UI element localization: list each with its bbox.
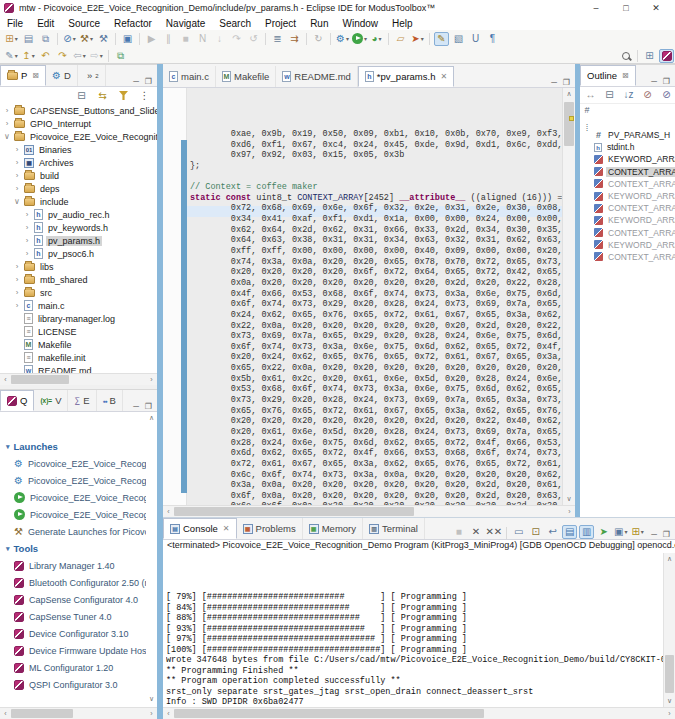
build-all-button[interactable]: ⚒ <box>96 32 111 46</box>
code-line[interactable]: 0x6c, 0x6f, 0x74, 0x73, 0x3a, 0x0a, 0x20… <box>187 430 562 441</box>
scroll-lock-button[interactable]: ⊡ <box>528 525 543 539</box>
code-line[interactable]: 0x20, 0x24, 0x62, 0x65, 0x76, 0x65, 0x72… <box>187 312 562 323</box>
code-line[interactable]: 0x6f, 0x0a, 0x20, 0x20, 0x20, 0x20, 0x20… <box>187 451 562 462</box>
scroll-right-icon[interactable]: › <box>664 710 675 717</box>
tree-item[interactable]: ›hpv_keywords.h <box>0 221 157 234</box>
hide-macros-button[interactable]: # <box>580 105 594 115</box>
minimize-view-icon[interactable]: ─ <box>133 402 139 411</box>
tree-item[interactable]: ›build <box>0 169 157 182</box>
suspend-button[interactable]: ∥ <box>161 32 176 46</box>
scroll-on-output-button[interactable]: ▤ <box>562 525 577 539</box>
code-line[interactable]: 0x20, 0x20, 0x20, 0x20, 0x20, 0x2d, 0x20… <box>187 483 562 494</box>
horizontal-sash-left[interactable] <box>0 385 157 389</box>
vertical-sash-right[interactable] <box>575 64 580 517</box>
collapsed-arrow-icon[interactable]: › <box>13 184 21 193</box>
annotation-marker[interactable] <box>569 116 574 121</box>
instruction-stepping-button[interactable]: ≣ <box>270 32 285 46</box>
tab-console[interactable]: ▤Console✕ <box>163 518 237 539</box>
close-icon[interactable]: ✕ <box>223 524 230 533</box>
tab-p[interactable]: P⊠ <box>0 65 46 86</box>
code-line[interactable]: 0x20, 0x2d, 0x20, 0x6d, 0x6f, 0x63, 0x68… <box>187 493 562 504</box>
collapsed-arrow-icon[interactable]: › <box>23 249 31 258</box>
menu-refactor[interactable]: Refactor <box>107 18 159 29</box>
code-line[interactable]: 0x20, 0x20, 0x20, 0x20, 0x6f, 0x72, 0x64… <box>187 227 562 238</box>
tree-item[interactable]: ›src <box>0 286 157 299</box>
filter-button[interactable] <box>116 89 131 103</box>
maximize-view-icon[interactable]: ❐ <box>145 402 152 411</box>
new-wizard-button[interactable]: ⊞▾ <box>4 32 19 46</box>
minimize-view-icon[interactable]: ─ <box>651 530 657 539</box>
editor-gutter[interactable] <box>163 88 187 505</box>
profile-button[interactable]: ◕▾ <box>369 32 384 46</box>
outline-item[interactable]: #PV_PARAMS_H <box>594 129 675 141</box>
open-console-button[interactable]: ⊞▾ <box>630 525 645 539</box>
view-menu-button[interactable]: ⁞ <box>580 123 594 133</box>
outline-item[interactable]: KEYWORD_ARRAY <box>594 239 675 251</box>
code-line[interactable]: 0x5b, 0x61, 0x2c, 0x20, 0x61, 0x6e, 0x5d… <box>187 334 562 345</box>
tree-item[interactable]: ›hpv_params.h <box>0 234 157 247</box>
scroll-thumb[interactable] <box>174 507 414 516</box>
step-return-button[interactable]: ↺ <box>246 32 261 46</box>
run-button[interactable]: ▾ <box>352 32 367 46</box>
tree-item[interactable]: ≡library-manager.log <box>0 312 157 325</box>
resume-button[interactable]: ▶ <box>144 32 159 46</box>
outline-item[interactable]: KEYWORD_ARRAY <box>594 190 675 202</box>
tool-item[interactable]: Bluetooth Configurator 2.50 (n <box>0 574 146 591</box>
code-line[interactable]: 0x0a, 0x20, 0x20, 0x20, 0x20, 0x20, 0x20… <box>187 238 562 249</box>
scroll-right-icon[interactable]: › <box>146 710 157 717</box>
launch-item[interactable]: ⚙Picovoice_E2E_Voice_Recogniti <box>0 472 146 489</box>
collapsed-arrow-icon[interactable]: › <box>13 262 21 271</box>
collapsed-arrow-icon[interactable]: › <box>23 223 31 232</box>
tab-e[interactable]: ∑E <box>68 390 96 411</box>
save-button[interactable]: ▤ <box>21 32 36 46</box>
expanded-arrow-icon[interactable]: ∨ <box>13 197 21 206</box>
code-line[interactable]: 0x3a, 0x0a, 0x20, 0x20, 0x20, 0x20, 0x20… <box>187 440 562 451</box>
code-line[interactable]: 0x20, 0x20, 0x20, 0x20, 0x20, 0x20, 0x2d… <box>187 472 562 483</box>
focus-button[interactable]: ↔ <box>583 88 598 102</box>
launch-tool-button[interactable]: ➤▾ <box>410 32 425 46</box>
collapsed-arrow-icon[interactable]: › <box>13 301 21 310</box>
tools-section-header[interactable]: ▾Tools <box>0 540 146 557</box>
terminate-button[interactable]: ■ <box>451 525 466 539</box>
minimize-view-icon[interactable]: ─ <box>651 77 657 86</box>
minimize-view-icon[interactable]: ─ <box>551 78 557 87</box>
tree-item[interactable]: ≡LICENSE <box>0 325 157 338</box>
menu-project[interactable]: Project <box>258 18 303 29</box>
code-line[interactable]: 0x6f, 0x74, 0x73, 0x3a, 0x6e, 0x75, 0x6d… <box>187 302 562 313</box>
code-line[interactable]: 0x6e, 0x6f, 0x0a, 0x20, 0x20, 0x20, 0x20… <box>187 461 562 472</box>
scroll-left-icon[interactable]: ‹ <box>163 710 174 717</box>
tree-item[interactable]: ›CAPSENSE_Buttons_and_Slider <box>0 104 157 117</box>
scroll-down-icon[interactable]: ∨ <box>563 495 575 503</box>
code-line[interactable]: 0xd6, 0xf1, 0x67, 0xc4, 0x24, 0x45, 0xde… <box>187 100 562 111</box>
tab-d[interactable]: ⚙D <box>46 65 78 86</box>
collapsed-arrow-icon[interactable]: › <box>13 288 21 297</box>
tab-makefile[interactable]: MMakefile <box>216 66 276 87</box>
vertical-sash-left[interactable] <box>157 64 163 719</box>
expanded-arrow-icon[interactable]: ∨ <box>3 132 11 141</box>
tree-item[interactable]: ›▦Archives <box>0 156 157 169</box>
tab-v[interactable]: (x)=V <box>34 390 68 411</box>
maximize-view-icon[interactable]: ❐ <box>145 77 152 86</box>
menu-search[interactable]: Search <box>212 18 258 29</box>
last-edit-location-button[interactable]: ↥▾ <box>21 49 36 63</box>
explorer-hscrollbar[interactable]: ‹ › <box>0 373 157 385</box>
outline-item[interactable]: KEYWORD_ARRAY <box>594 153 675 165</box>
code-line[interactable]: 0x62, 0x64, 0x2d, 0x62, 0x31, 0x66, 0x33… <box>187 185 562 196</box>
sort-button[interactable]: ↓z <box>621 88 636 102</box>
scroll-left-icon[interactable]: ‹ <box>163 508 174 515</box>
maximize-view-icon[interactable]: ❐ <box>663 77 670 86</box>
tree-item[interactable]: ›cmain.c <box>0 299 157 312</box>
scroll-thumb[interactable] <box>564 102 574 146</box>
quick-panel-vscrollbar[interactable]: ∧ ∨ <box>146 412 157 705</box>
tree-item[interactable]: ∨Picovoice_E2E_Voice_Recognition <box>0 130 157 143</box>
tool-item[interactable]: CapSense Tuner 4.0 <box>0 608 146 625</box>
tool-item[interactable]: Device Firmware Update Host <box>0 642 146 659</box>
clear-console-button[interactable]: ▭ <box>511 525 526 539</box>
tree-item[interactable]: ≡makefile.init <box>0 351 157 364</box>
quick-panel-hscrollbar[interactable]: ‹ › <box>0 707 157 719</box>
mark-occurrences-button[interactable]: ▧ <box>451 32 466 46</box>
hide-static-button[interactable]: ⊘ <box>659 88 674 102</box>
menu-window[interactable]: Window <box>335 18 385 29</box>
scroll-up-icon[interactable]: ∧ <box>146 414 157 422</box>
scroll-down-icon[interactable]: ∨ <box>664 697 675 705</box>
